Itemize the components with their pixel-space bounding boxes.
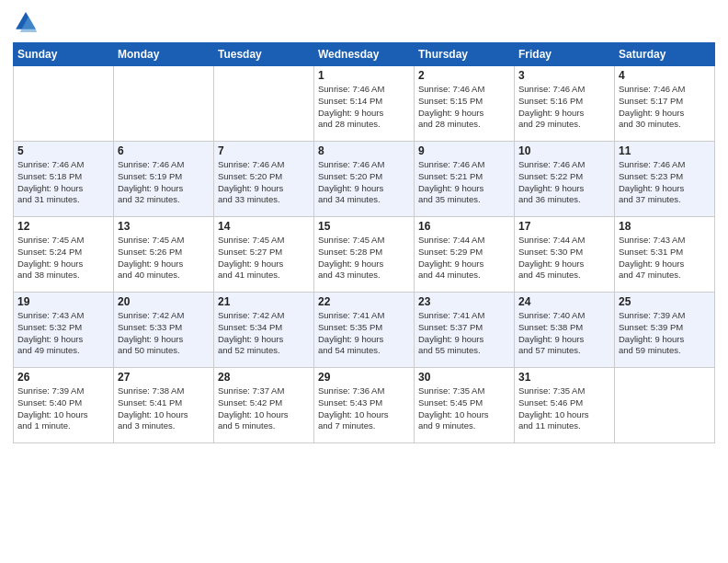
calendar-header-tuesday: Tuesday (214, 43, 314, 66)
day-number: 26 (17, 371, 109, 384)
calendar-cell: 8Sunrise: 7:46 AM Sunset: 5:20 PM Daylig… (314, 142, 415, 217)
day-number: 31 (518, 371, 610, 384)
calendar-week-row: 12Sunrise: 7:45 AM Sunset: 5:24 PM Dayli… (14, 217, 715, 293)
day-number: 29 (318, 371, 410, 384)
calendar-week-row: 26Sunrise: 7:39 AM Sunset: 5:40 PM Dayli… (14, 368, 715, 443)
calendar-header-wednesday: Wednesday (314, 43, 415, 66)
day-number: 17 (518, 220, 610, 233)
logo (13, 9, 42, 35)
day-number: 3 (518, 69, 610, 82)
calendar-cell: 21Sunrise: 7:42 AM Sunset: 5:34 PM Dayli… (214, 293, 314, 368)
day-info: Sunrise: 7:35 AM Sunset: 5:45 PM Dayligh… (418, 385, 510, 432)
day-info: Sunrise: 7:45 AM Sunset: 5:24 PM Dayligh… (17, 235, 109, 282)
calendar-cell: 30Sunrise: 7:35 AM Sunset: 5:45 PM Dayli… (415, 368, 515, 443)
day-info: Sunrise: 7:45 AM Sunset: 5:26 PM Dayligh… (118, 235, 210, 282)
day-number: 27 (118, 371, 210, 384)
calendar-cell (114, 66, 214, 142)
day-number: 9 (418, 144, 510, 157)
day-number: 8 (318, 144, 410, 157)
calendar-cell: 28Sunrise: 7:37 AM Sunset: 5:42 PM Dayli… (214, 368, 314, 443)
calendar-table: SundayMondayTuesdayWednesdayThursdayFrid… (13, 42, 715, 443)
day-number: 7 (218, 144, 310, 157)
calendar-cell: 27Sunrise: 7:38 AM Sunset: 5:41 PM Dayli… (114, 368, 214, 443)
calendar-week-row: 19Sunrise: 7:43 AM Sunset: 5:32 PM Dayli… (14, 293, 715, 368)
day-info: Sunrise: 7:46 AM Sunset: 5:19 PM Dayligh… (118, 159, 210, 206)
calendar-cell: 29Sunrise: 7:36 AM Sunset: 5:43 PM Dayli… (314, 368, 415, 443)
logo-icon (13, 9, 39, 35)
calendar-header-row: SundayMondayTuesdayWednesdayThursdayFrid… (14, 43, 715, 66)
day-number: 10 (518, 144, 610, 157)
day-info: Sunrise: 7:41 AM Sunset: 5:37 PM Dayligh… (418, 310, 510, 357)
day-number: 22 (318, 295, 410, 308)
calendar-week-row: 1Sunrise: 7:46 AM Sunset: 5:14 PM Daylig… (14, 66, 715, 142)
day-number: 6 (118, 144, 210, 157)
calendar-cell: 17Sunrise: 7:44 AM Sunset: 5:30 PM Dayli… (515, 217, 615, 293)
calendar-cell (214, 66, 314, 142)
calendar-cell: 31Sunrise: 7:35 AM Sunset: 5:46 PM Dayli… (515, 368, 615, 443)
day-info: Sunrise: 7:39 AM Sunset: 5:40 PM Dayligh… (17, 385, 109, 432)
calendar-cell: 1Sunrise: 7:46 AM Sunset: 5:14 PM Daylig… (314, 66, 415, 142)
header (13, 9, 715, 35)
day-number: 15 (318, 220, 410, 233)
calendar-cell: 25Sunrise: 7:39 AM Sunset: 5:39 PM Dayli… (615, 293, 715, 368)
day-number: 14 (218, 220, 310, 233)
calendar-header-sunday: Sunday (14, 43, 114, 66)
calendar-cell: 18Sunrise: 7:43 AM Sunset: 5:31 PM Dayli… (615, 217, 715, 293)
calendar-header-thursday: Thursday (415, 43, 515, 66)
day-info: Sunrise: 7:39 AM Sunset: 5:39 PM Dayligh… (619, 310, 711, 357)
calendar-cell: 15Sunrise: 7:45 AM Sunset: 5:28 PM Dayli… (314, 217, 415, 293)
day-info: Sunrise: 7:46 AM Sunset: 5:15 PM Dayligh… (418, 84, 510, 131)
day-info: Sunrise: 7:42 AM Sunset: 5:33 PM Dayligh… (118, 310, 210, 357)
calendar-cell: 7Sunrise: 7:46 AM Sunset: 5:20 PM Daylig… (214, 142, 314, 217)
day-number: 5 (17, 144, 109, 157)
calendar-header-monday: Monday (114, 43, 214, 66)
day-number: 24 (518, 295, 610, 308)
calendar-cell: 26Sunrise: 7:39 AM Sunset: 5:40 PM Dayli… (14, 368, 114, 443)
day-number: 25 (619, 295, 711, 308)
day-info: Sunrise: 7:36 AM Sunset: 5:43 PM Dayligh… (318, 385, 410, 432)
calendar-cell: 9Sunrise: 7:46 AM Sunset: 5:21 PM Daylig… (415, 142, 515, 217)
page-container: SundayMondayTuesdayWednesdayThursdayFrid… (0, 0, 728, 563)
calendar-header-friday: Friday (515, 43, 615, 66)
day-info: Sunrise: 7:46 AM Sunset: 5:21 PM Dayligh… (418, 159, 510, 206)
calendar-cell: 14Sunrise: 7:45 AM Sunset: 5:27 PM Dayli… (214, 217, 314, 293)
day-info: Sunrise: 7:46 AM Sunset: 5:17 PM Dayligh… (619, 84, 711, 131)
day-info: Sunrise: 7:45 AM Sunset: 5:28 PM Dayligh… (318, 235, 410, 282)
day-number: 11 (619, 144, 711, 157)
calendar-week-row: 5Sunrise: 7:46 AM Sunset: 5:18 PM Daylig… (14, 142, 715, 217)
calendar-cell: 4Sunrise: 7:46 AM Sunset: 5:17 PM Daylig… (615, 66, 715, 142)
calendar-cell: 10Sunrise: 7:46 AM Sunset: 5:22 PM Dayli… (515, 142, 615, 217)
calendar-cell: 23Sunrise: 7:41 AM Sunset: 5:37 PM Dayli… (415, 293, 515, 368)
day-info: Sunrise: 7:46 AM Sunset: 5:16 PM Dayligh… (518, 84, 610, 131)
day-number: 18 (619, 220, 711, 233)
calendar-cell: 22Sunrise: 7:41 AM Sunset: 5:35 PM Dayli… (314, 293, 415, 368)
calendar-cell: 24Sunrise: 7:40 AM Sunset: 5:38 PM Dayli… (515, 293, 615, 368)
day-info: Sunrise: 7:46 AM Sunset: 5:20 PM Dayligh… (318, 159, 410, 206)
day-number: 20 (118, 295, 210, 308)
day-info: Sunrise: 7:42 AM Sunset: 5:34 PM Dayligh… (218, 310, 310, 357)
calendar-cell: 11Sunrise: 7:46 AM Sunset: 5:23 PM Dayli… (615, 142, 715, 217)
day-info: Sunrise: 7:44 AM Sunset: 5:29 PM Dayligh… (418, 235, 510, 282)
calendar-cell (615, 368, 715, 443)
calendar-cell: 19Sunrise: 7:43 AM Sunset: 5:32 PM Dayli… (14, 293, 114, 368)
day-number: 19 (17, 295, 109, 308)
day-info: Sunrise: 7:46 AM Sunset: 5:22 PM Dayligh… (518, 159, 610, 206)
day-number: 16 (418, 220, 510, 233)
day-info: Sunrise: 7:38 AM Sunset: 5:41 PM Dayligh… (118, 385, 210, 432)
day-info: Sunrise: 7:43 AM Sunset: 5:31 PM Dayligh… (619, 235, 711, 282)
day-info: Sunrise: 7:40 AM Sunset: 5:38 PM Dayligh… (518, 310, 610, 357)
day-number: 23 (418, 295, 510, 308)
day-info: Sunrise: 7:45 AM Sunset: 5:27 PM Dayligh… (218, 235, 310, 282)
calendar-cell: 12Sunrise: 7:45 AM Sunset: 5:24 PM Dayli… (14, 217, 114, 293)
day-number: 1 (318, 69, 410, 82)
day-info: Sunrise: 7:46 AM Sunset: 5:18 PM Dayligh… (17, 159, 109, 206)
day-number: 12 (17, 220, 109, 233)
day-info: Sunrise: 7:41 AM Sunset: 5:35 PM Dayligh… (318, 310, 410, 357)
day-info: Sunrise: 7:46 AM Sunset: 5:20 PM Dayligh… (218, 159, 310, 206)
day-number: 13 (118, 220, 210, 233)
calendar-cell: 3Sunrise: 7:46 AM Sunset: 5:16 PM Daylig… (515, 66, 615, 142)
day-info: Sunrise: 7:35 AM Sunset: 5:46 PM Dayligh… (518, 385, 610, 432)
day-number: 21 (218, 295, 310, 308)
day-number: 28 (218, 371, 310, 384)
day-number: 30 (418, 371, 510, 384)
